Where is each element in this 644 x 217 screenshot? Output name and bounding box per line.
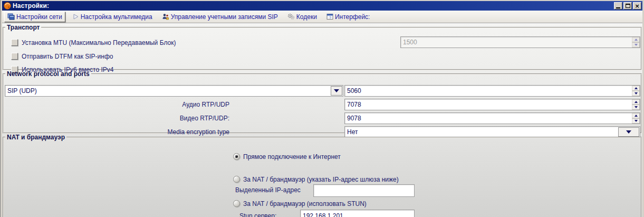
group-title: NAT и брандмауэр (5, 134, 66, 141)
spin-down-icon (635, 106, 638, 108)
public-ip-label: Выделенный IP-адрес (235, 186, 301, 194)
video-port-label: Видео RTP/UDP: (6, 115, 229, 122)
radio-nat-gateway-label: За NAT / брандмауэр (указать IP-адрес шл… (243, 176, 399, 184)
window-title: Настройки: (13, 2, 49, 10)
video-port-spin-down-button[interactable] (632, 118, 640, 124)
close-button[interactable]: × (633, 2, 641, 10)
video-port-spinner[interactable] (344, 112, 640, 124)
sip-port-spin-down-button[interactable] (632, 91, 640, 96)
spin-up-icon (635, 101, 638, 103)
checkbox-mtu[interactable] (11, 39, 18, 46)
sip-port-input[interactable] (345, 86, 632, 96)
radio-nat-stun[interactable] (233, 200, 240, 207)
dropdown-arrow-icon (334, 89, 339, 92)
stun-server-input[interactable] (301, 210, 414, 217)
checkbox-dtmf-sip-info[interactable] (11, 53, 18, 60)
sip-port-spin-up-button[interactable] (632, 86, 640, 91)
spin-down-icon (635, 120, 638, 122)
spin-up-icon (635, 87, 638, 89)
audio-port-input[interactable] (345, 99, 632, 110)
protocol-value[interactable] (5, 86, 330, 96)
protocol-dropdown-button[interactable] (331, 86, 342, 96)
sip-accounts-icon (162, 13, 169, 20)
group-transport: Транспорт Установка MTU (Максимально Пер… (3, 24, 642, 70)
stun-server-field[interactable] (300, 210, 415, 217)
network-settings-icon (7, 13, 15, 20)
mtu-spin-up-button (632, 37, 640, 42)
spin-down-icon (635, 44, 638, 46)
tab-label: Кодеки (296, 13, 317, 21)
radio-nat-stun-label: За NAT / брандмауэр (исползовать STUN) (243, 200, 367, 208)
tab-label: Интерфейс: (335, 13, 370, 21)
interface-icon: ? (326, 13, 333, 20)
mtu-spin-down-button (632, 42, 640, 48)
group-title: Network protocol and ports (5, 70, 91, 78)
tab-label: Настройка мультимедиа (81, 13, 152, 21)
radio-nat-gateway[interactable] (233, 176, 240, 183)
tab-codecs[interactable]: Кодеки (285, 12, 320, 22)
audio-port-label: Аудио RTP/UDP (6, 101, 229, 109)
protocol-combobox[interactable] (5, 85, 343, 97)
codecs-icon (287, 13, 295, 20)
tab-bar: Настройки сети Настройка мультимедиа Упр… (2, 11, 642, 23)
spin-down-icon (635, 92, 638, 95)
public-ip-input[interactable] (314, 185, 414, 196)
close-icon: × (635, 3, 639, 9)
minimize-button[interactable] (614, 2, 622, 10)
group-nat-firewall: NAT и брандмауэр Прямое подключение к Ин… (3, 134, 642, 217)
app-logo-icon (4, 2, 11, 10)
checkbox-dtmf-label: Отправить DTFM как SIP-инфо (22, 53, 113, 61)
settings-window: Настройки: × Настройки сети Настройка му… (0, 0, 644, 217)
tab-sip-accounts[interactable]: Управление учетными записями SIP (159, 12, 281, 22)
video-port-spin-up-button[interactable] (632, 113, 640, 118)
spin-up-icon (635, 115, 638, 117)
public-ip-field[interactable] (313, 184, 415, 197)
tab-network-settings[interactable]: Настройки сети (4, 12, 65, 22)
spin-up-icon (635, 39, 638, 41)
audio-port-spin-up-button[interactable] (632, 99, 640, 105)
group-title: Транспорт (5, 24, 41, 31)
audio-port-spin-down-button[interactable] (632, 105, 640, 110)
minimize-icon (616, 7, 620, 8)
radio-direct-connection-label: Прямое подключение к Интернет (243, 153, 341, 161)
mtu-spinner (400, 36, 640, 48)
tab-label: Настройки сети (16, 13, 62, 21)
svg-text:?: ? (329, 16, 331, 20)
network-settings-panel: Транспорт Установка MTU (Максимально Пер… (2, 24, 642, 217)
tab-multimedia-settings[interactable]: Настройка мультимедиа (70, 12, 155, 22)
stun-server-label: Stun сервер: (239, 212, 276, 217)
checkbox-mtu-label: Установка MTU (Максимально Передаваемый … (22, 39, 176, 47)
tab-interface[interactable]: ? Интерфейс: (324, 12, 373, 22)
maximize-button[interactable] (623, 2, 632, 10)
mtu-input (401, 37, 632, 48)
audio-port-spinner[interactable] (344, 99, 640, 110)
multimedia-icon (72, 13, 79, 20)
title-bar[interactable]: Настройки: × (2, 1, 642, 11)
maximize-icon (626, 4, 630, 8)
radio-direct-connection[interactable] (233, 153, 240, 160)
video-port-input[interactable] (345, 113, 632, 124)
group-network-protocol: Network protocol and ports Аудио RTP/UDP (3, 70, 642, 134)
tab-label: Управление учетными записями SIP (171, 13, 278, 21)
sip-port-spinner[interactable] (344, 85, 640, 97)
